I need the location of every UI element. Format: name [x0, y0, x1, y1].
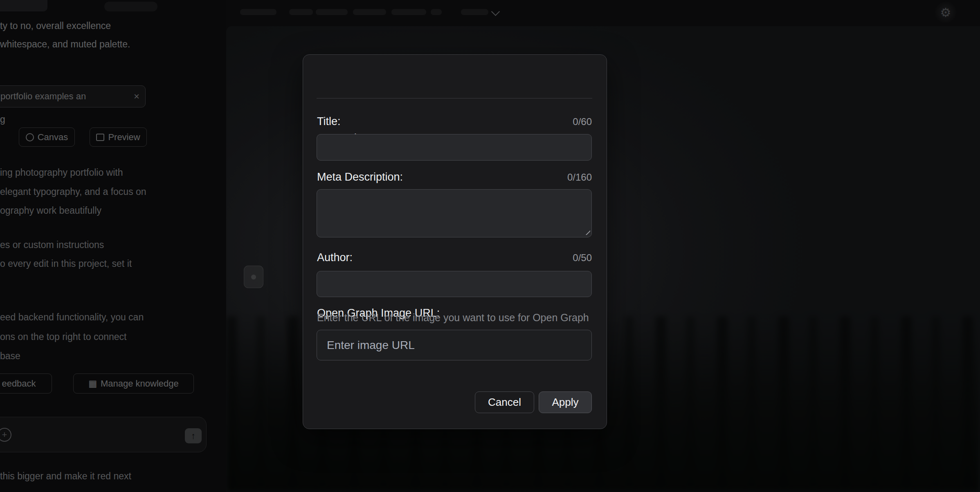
title-input[interactable] — [317, 134, 592, 161]
meta-description-counter: 0/160 — [567, 172, 592, 183]
divider — [317, 98, 592, 98]
author-field-row: Author: 0/50 — [317, 251, 592, 264]
cancel-button[interactable]: Cancel — [475, 391, 534, 413]
og-image-url-input[interactable] — [317, 330, 592, 360]
settings-dialog: Settings — [303, 54, 607, 429]
meta-description-field-row: Meta Description: 0/160 — [317, 171, 592, 183]
apply-button[interactable]: Apply — [539, 391, 592, 413]
meta-description-textarea[interactable] — [317, 189, 592, 237]
og-image-helper-text: Enter the URL of the image you want to u… — [317, 312, 592, 324]
title-label: Title: — [317, 115, 341, 128]
apply-button-label: Apply — [552, 396, 578, 409]
title-field-row: Title: 0/60 — [317, 115, 592, 128]
author-counter: 0/50 — [573, 252, 592, 264]
author-input[interactable] — [317, 271, 592, 297]
author-label: Author: — [317, 251, 353, 264]
meta-description-label: Meta Description: — [317, 171, 403, 183]
cancel-button-label: Cancel — [488, 396, 521, 409]
title-counter: 0/60 — [573, 116, 592, 127]
app-window: ⚙ ty to no, overall excellence whitespac… — [0, 0, 980, 492]
